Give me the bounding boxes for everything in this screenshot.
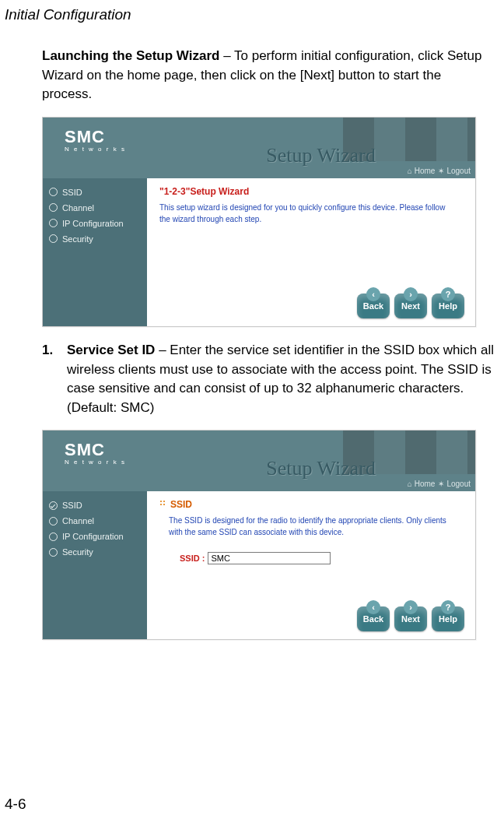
top-navbar: ⌂ Home ✶ Logout (408, 167, 471, 175)
nav-logout[interactable]: ✶ Logout (438, 480, 471, 488)
ssid-input[interactable] (208, 552, 331, 564)
sidebar-label-ipconf: IP Configuration (62, 532, 124, 541)
next-button[interactable]: Next (394, 606, 427, 631)
back-button[interactable]: Back (357, 606, 390, 631)
help-button[interactable]: Help (432, 606, 464, 631)
sidebar-label-security: Security (62, 234, 93, 244)
radio-icon (49, 188, 58, 196)
logout-icon: ✶ (438, 480, 444, 488)
next-label: Next (401, 614, 420, 624)
nav-home[interactable]: ⌂ Home (408, 167, 436, 175)
step-default: (Default: SMC) (67, 400, 154, 415)
page-header: Initial Configuration (0, 0, 504, 23)
nav-home-label: Home (415, 480, 436, 488)
home-icon: ⌂ (408, 167, 412, 175)
intro-paragraph: Launching the Setup Wizard – To perform … (42, 47, 495, 104)
dots-icon (159, 499, 167, 510)
wizard-button-row: Back Next Help (357, 294, 464, 318)
logout-icon: ✶ (438, 167, 444, 175)
banner-title: Setup Wizard (266, 457, 376, 480)
nav-home-label: Home (415, 167, 436, 175)
page-number: 4-6 (5, 796, 26, 813)
screenshot-setup-wizard-ssid: SMC N e t w o r k s Setup Wizard ⌂ Home … (42, 430, 476, 640)
sidebar-item-channel[interactable]: Channel (43, 200, 147, 216)
question-icon (441, 287, 455, 301)
radio-checked-icon (49, 501, 58, 510)
sidebar-item-security[interactable]: Security (43, 544, 147, 560)
intro-bold: Launching the Setup Wizard (42, 48, 219, 63)
home-icon: ⌂ (408, 480, 412, 488)
screenshot-setup-wizard-intro: SMC N e t w o r k s Setup Wizard ⌂ Home … (42, 117, 476, 327)
section-title: "1-2-3"Setup Wizard (159, 186, 463, 197)
radio-icon (49, 533, 58, 541)
section-title: SSID (159, 499, 463, 510)
nav-logout-label: Logout (446, 167, 471, 175)
banner-title: Setup Wizard (266, 144, 376, 167)
wizard-sidebar: SSID Channel IP Configuration Security (43, 178, 147, 326)
section-description: The SSID is designed for the radio to id… (169, 515, 457, 538)
logo-area: SMC N e t w o r k s (65, 127, 126, 153)
logo-subtext: N e t w o r k s (65, 459, 126, 466)
sidebar-label-channel: Channel (62, 203, 94, 213)
arrow-right-icon (404, 600, 418, 614)
wizard-button-row: Back Next Help (357, 606, 464, 631)
sidebar-item-ssid[interactable]: SSID (43, 185, 147, 200)
logo-text: SMC (65, 440, 126, 460)
nav-home[interactable]: ⌂ Home (408, 480, 436, 488)
sidebar-item-ssid[interactable]: SSID (43, 497, 147, 513)
logo-area: SMC N e t w o r k s (65, 440, 126, 466)
radio-icon (49, 219, 58, 227)
step-number: 1. (42, 341, 59, 418)
wizard-sidebar: SSID Channel IP Configuration Security (43, 491, 147, 639)
help-label: Help (439, 301, 457, 311)
sidebar-label-ssid: SSID (62, 501, 82, 510)
sidebar-label-channel: Channel (62, 516, 94, 525)
logo-text: SMC (65, 127, 126, 147)
logo-subtext: N e t w o r k s (65, 146, 126, 153)
arrow-right-icon (404, 287, 418, 301)
wizard-main: SSID The SSID is designed for the radio … (147, 491, 475, 639)
back-button[interactable]: Back (357, 294, 390, 318)
sidebar-item-security[interactable]: Security (43, 231, 147, 247)
screenshot-header: SMC N e t w o r k s Setup Wizard ⌂ Home … (43, 118, 475, 178)
screenshot-header: SMC N e t w o r k s Setup Wizard ⌂ Home … (43, 431, 475, 491)
radio-icon (49, 234, 58, 243)
radio-icon (49, 517, 58, 525)
radio-icon (49, 548, 58, 557)
step-1: 1. Service Set ID – Enter the service se… (42, 341, 495, 418)
section-title-text: SSID (170, 499, 192, 510)
nav-logout-label: Logout (446, 480, 471, 488)
arrow-left-icon (366, 287, 380, 301)
radio-icon (49, 203, 58, 212)
section-description: This setup wizard is designed for you to… (159, 202, 447, 225)
back-label: Back (363, 301, 383, 311)
nav-logout[interactable]: ✶ Logout (438, 167, 471, 175)
step-bold: Service Set ID (67, 343, 155, 357)
help-button[interactable]: Help (432, 294, 464, 318)
sidebar-label-security: Security (62, 547, 93, 557)
top-navbar: ⌂ Home ✶ Logout (408, 480, 471, 488)
sidebar-item-channel[interactable]: Channel (43, 513, 147, 529)
wizard-main: "1-2-3"Setup Wizard This setup wizard is… (147, 178, 475, 326)
ssid-row: SSID : (180, 552, 463, 564)
next-button[interactable]: Next (394, 294, 427, 318)
sidebar-item-ipconf[interactable]: IP Configuration (43, 529, 147, 544)
arrow-left-icon (366, 600, 380, 614)
sidebar-label-ipconf: IP Configuration (62, 219, 124, 228)
ssid-label: SSID : (180, 554, 205, 563)
next-label: Next (401, 301, 420, 311)
back-label: Back (363, 614, 383, 624)
help-label: Help (439, 614, 457, 624)
question-icon (441, 600, 455, 614)
sidebar-item-ipconf[interactable]: IP Configuration (43, 216, 147, 231)
sidebar-label-ssid: SSID (62, 188, 82, 197)
